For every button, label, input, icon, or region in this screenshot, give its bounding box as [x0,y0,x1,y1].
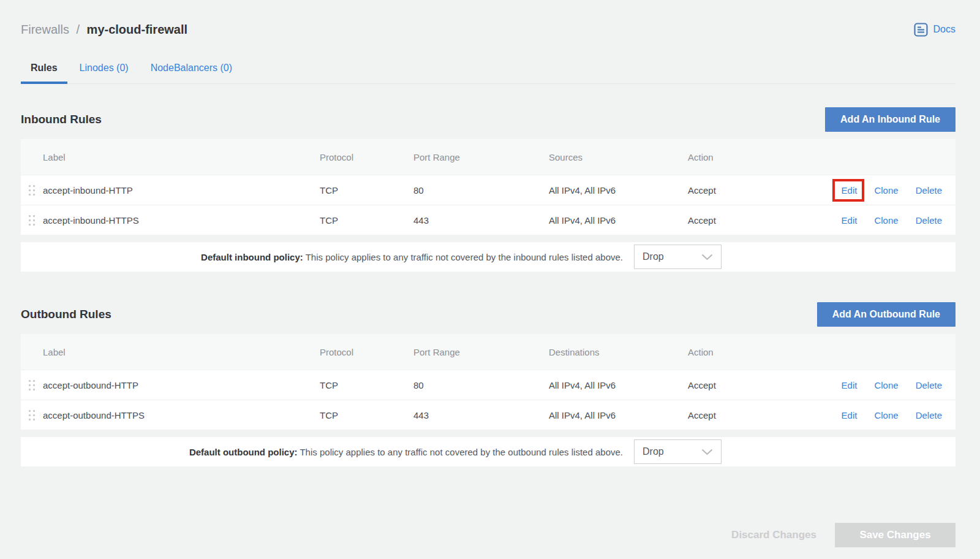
outbound-policy-selected-value: Drop [643,446,664,457]
outbound-section-header: Outbound Rules Add An Outbound Rule [21,301,956,328]
column-header-action: Action [688,347,797,357]
rule-port-range: 443 [413,215,549,226]
column-header-action: Action [688,152,797,162]
tab-bar: Rules Linodes (0) NodeBalancers (0) [21,54,956,84]
inbound-rules-title: Inbound Rules [21,113,102,126]
drag-handle-icon[interactable] [21,409,43,421]
breadcrumb-firewalls-link[interactable]: Firewalls [21,23,69,36]
inbound-section-header: Inbound Rules Add An Inbound Rule [21,106,956,133]
docs-label: Docs [933,24,956,35]
rule-destinations: All IPv4, All IPv6 [549,380,688,390]
tab-rules[interactable]: Rules [21,54,67,83]
rule-protocol: TCP [320,410,413,420]
breadcrumb-firewall-name[interactable]: my-cloud-firewall [87,23,187,36]
clone-link[interactable]: Clone [874,380,898,390]
table-row: accept-inbound-HTTP TCP 80 All IPv4, All… [21,175,956,205]
discard-changes-button[interactable]: Discard Changes [713,523,835,547]
outbound-rules-table: Label Protocol Port Range Destinations A… [21,334,956,430]
column-header-destinations: Destinations [549,347,688,357]
rule-label: accept-inbound-HTTP [43,185,320,196]
rule-port-range: 80 [413,185,549,196]
rule-port-range: 80 [413,380,549,390]
delete-link[interactable]: Delete [916,410,942,420]
rule-label: accept-outbound-HTTPS [43,410,320,420]
delete-link[interactable]: Delete [916,185,942,196]
rule-action: Accept [688,380,797,390]
table-row: accept-outbound-HTTPS TCP 443 All IPv4, … [21,400,956,430]
top-bar: Firewalls / my-cloud-firewall Docs [21,18,956,40]
tab-nodebalancers[interactable]: NodeBalancers (0) [141,54,242,83]
drag-handle-icon[interactable] [21,184,43,196]
inbound-table-header: Label Protocol Port Range Sources Action [21,139,956,175]
rule-protocol: TCP [320,185,413,196]
outbound-policy-description: This policy applies to any traffic not c… [300,447,623,457]
rule-action: Accept [688,185,797,196]
rule-destinations: All IPv4, All IPv6 [549,410,688,420]
add-inbound-rule-button[interactable]: Add An Inbound Rule [825,107,956,132]
table-row: accept-outbound-HTTP TCP 80 All IPv4, Al… [21,370,956,400]
rule-port-range: 443 [413,410,549,420]
outbound-policy-select[interactable]: Drop [634,439,722,464]
inbound-default-policy: Default inbound policy: This policy appl… [21,242,956,272]
chevron-down-icon [701,449,713,455]
rule-label: accept-inbound-HTTPS [43,215,320,226]
rule-sources: All IPv4, All IPv6 [549,185,688,196]
firewall-detail-page: Firewalls / my-cloud-firewall Docs Rules… [0,0,980,547]
outbound-default-policy: Default outbound policy: This policy app… [21,437,956,466]
rule-protocol: TCP [320,215,413,226]
inbound-policy-selected-value: Drop [643,251,664,262]
edit-link[interactable]: Edit [842,380,858,390]
docs-link[interactable]: Docs [914,23,956,37]
delete-link[interactable]: Delete [916,215,942,226]
column-header-port-range: Port Range [413,347,549,357]
column-header-sources: Sources [549,152,688,162]
rule-label: accept-outbound-HTTP [43,380,320,390]
outbound-rules-title: Outbound Rules [21,308,111,321]
drag-handle-icon[interactable] [21,379,43,391]
edit-link[interactable]: Edit [842,410,858,420]
rule-action: Accept [688,215,797,226]
docs-icon [914,23,928,37]
add-outbound-rule-button[interactable]: Add An Outbound Rule [817,302,956,327]
save-changes-button[interactable]: Save Changes [835,523,956,547]
rule-sources: All IPv4, All IPv6 [549,215,688,226]
outbound-table-header: Label Protocol Port Range Destinations A… [21,334,956,370]
breadcrumb: Firewalls / my-cloud-firewall [21,23,187,37]
chevron-down-icon [701,254,713,260]
edit-link[interactable]: Edit [842,185,858,196]
column-header-label: Label [43,347,320,357]
rule-action: Accept [688,410,797,420]
breadcrumb-separator: / [76,23,80,36]
column-header-protocol: Protocol [320,347,413,357]
inbound-policy-description: This policy applies to any traffic not c… [306,252,623,262]
column-header-label: Label [43,152,320,162]
tab-linodes[interactable]: Linodes (0) [70,54,138,83]
delete-link[interactable]: Delete [916,380,942,390]
rule-protocol: TCP [320,380,413,390]
table-row: accept-inbound-HTTPS TCP 443 All IPv4, A… [21,205,956,235]
inbound-policy-select[interactable]: Drop [634,245,722,269]
drag-handle-icon[interactable] [21,215,43,226]
column-header-port-range: Port Range [413,152,549,162]
clone-link[interactable]: Clone [874,185,898,196]
edit-link[interactable]: Edit [842,215,858,226]
inbound-rules-table: Label Protocol Port Range Sources Action… [21,139,956,235]
inbound-policy-label: Default inbound policy: [201,252,303,262]
outbound-policy-label: Default outbound policy: [189,447,298,457]
footer-actions: Discard Changes Save Changes [21,523,956,547]
column-header-protocol: Protocol [320,152,413,162]
clone-link[interactable]: Clone [874,410,898,420]
clone-link[interactable]: Clone [874,215,898,226]
